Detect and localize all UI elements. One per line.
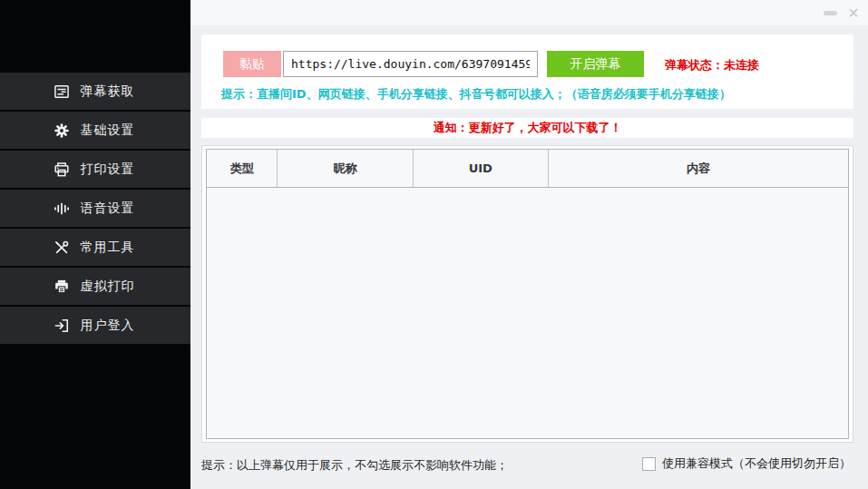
voice-wave-icon [53,200,71,218]
sidebar-item-common-tools[interactable]: 常用工具 [0,229,190,266]
sidebar-item-label: 用户登入 [81,318,139,334]
compat-checkbox-label: 使用兼容模式（不会使用切勿开启） [662,455,851,472]
sidebar-item-label: 弹幕获取 [81,83,139,100]
sidebar-item-virtual-print[interactable]: 虚拟打印 [0,268,190,305]
danmaku-table-panel: 类型 昵称 UID 内容 [201,145,853,443]
main-area: ✕ 黏贴 开启弹幕 弹幕状态：未连接 提示：直播间ID、网页链接、手机分享链接、… [190,0,868,489]
column-header-content: 内容 [549,150,848,187]
table-header-row: 类型 昵称 UID 内容 [207,150,848,188]
login-icon [53,317,71,335]
sidebar-menu: 弹幕获取 基础设置 [0,73,190,346]
sidebar-item-voice-settings[interactable]: 语音设置 [0,190,190,227]
minimize-button[interactable] [817,0,843,25]
printer-icon [53,161,71,179]
close-button[interactable]: ✕ [841,0,866,25]
danmaku-table: 类型 昵称 UID 内容 [206,149,849,439]
sidebar-item-label: 虚拟打印 [81,279,139,295]
sidebar-item-user-login[interactable]: 用户登入 [0,307,190,344]
sidebar-item-label: 常用工具 [81,240,139,256]
column-header-uid: UID [414,150,549,187]
column-header-nickname: 昵称 [278,150,413,187]
sidebar-item-danmaku-capture[interactable]: 弹幕获取 [0,73,190,110]
compat-checkbox[interactable] [642,457,656,471]
sidebar-item-label: 打印设置 [81,161,139,178]
connect-card: 黏贴 开启弹幕 弹幕状态：未连接 提示：直播间ID、网页链接、手机分享链接、抖音… [201,34,853,109]
sidebar-item-label: 语音设置 [81,200,139,217]
paste-button[interactable]: 黏贴 [223,51,281,77]
tools-icon [53,239,71,257]
notice-bar: 通知：更新好了，大家可以下载了！ [201,118,853,138]
danmaku-list-icon [53,83,71,101]
sidebar: 弹幕获取 基础设置 [0,0,190,489]
connect-tip: 提示：直播间ID、网页链接、手机分享链接、抖音号都可以接入；（语音房必须要手机分… [221,86,731,103]
sidebar-item-basic-settings[interactable]: 基础设置 [0,112,190,149]
minimize-icon [824,11,837,15]
danmaku-status: 弹幕状态：未连接 [665,57,759,73]
table-body-empty[interactable] [207,188,848,438]
sidebar-item-print-settings[interactable]: 打印设置 [0,151,190,188]
live-url-input[interactable] [283,51,538,77]
start-danmaku-button[interactable]: 开启弹幕 [547,51,644,77]
gear-icon [53,122,71,140]
footer-tip: 提示：以上弹幕仅用于展示，不勾选展示不影响软件功能； [201,457,508,474]
close-icon: ✕ [847,5,859,22]
virtual-printer-icon [53,278,71,296]
sidebar-item-label: 基础设置 [81,122,139,139]
notice-text: 通知：更新好了，大家可以下载了！ [434,120,622,136]
compat-mode-toggle[interactable]: 使用兼容模式（不会使用切勿开启） [642,455,851,472]
column-header-type: 类型 [207,150,278,187]
titlebar: ✕ [190,0,868,25]
